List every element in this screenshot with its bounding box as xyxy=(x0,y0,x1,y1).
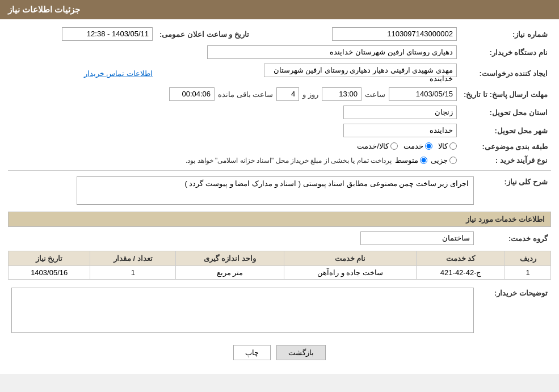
notice-number-value: 1103097143000002 xyxy=(260,25,460,43)
page-header: جزئیات اطلاعات نیاز xyxy=(0,0,559,19)
col-qty: تعداد / مقدار xyxy=(90,251,176,266)
cell-row-0: 1 xyxy=(505,266,551,280)
category-khedmat-radio[interactable] xyxy=(425,142,432,150)
city-label: شهر محل تحویل: xyxy=(460,121,551,140)
action-buttons: بازگشت چاپ xyxy=(8,345,551,360)
city-value: خداینده xyxy=(8,121,460,140)
purchase-type-jazyi-label: جزیی xyxy=(431,156,448,165)
cell-qty-0: 1 xyxy=(90,266,176,280)
announce-date-value: 1403/05/11 - 12:38 xyxy=(8,25,156,43)
services-data-table: ردیف کد خدمت نام خدمت واحد اندازه گیری ت… xyxy=(8,251,551,280)
deadline-time-label: ساعت xyxy=(365,90,385,99)
description-field: اجرای زیر ساخت چمن مصنوعی مطابق اسناد پی… xyxy=(77,176,474,205)
announce-date-label: تاریخ و ساعت اعلان عمومی: xyxy=(156,25,260,43)
col-unit: واحد اندازه گیری xyxy=(176,251,284,266)
buyer-org-label: نام دستگاه خریدار: xyxy=(460,43,551,61)
category-kala-khedmat-radio[interactable] xyxy=(390,142,398,150)
creator-label: ایجاد کننده درخواست: xyxy=(460,61,551,85)
category-khedmat-label: خدمت xyxy=(404,142,423,150)
deadline-row: 1403/05/15 ساعت 13:00 روز و 4 ساعت باقی … xyxy=(8,85,460,103)
page-title: جزئیات اطلاعات نیاز xyxy=(8,5,80,14)
city-field: خداینده xyxy=(343,124,457,137)
announce-date-field: 1403/05/11 - 12:38 xyxy=(62,27,153,41)
category-label: طبقه بندی موضوعی: xyxy=(460,140,551,154)
main-content: شماره نیاز: 1103097143000002 تاریخ و ساع… xyxy=(0,19,559,374)
buyer-desc-cell xyxy=(8,285,477,337)
table-row: 1 ج-42-42-421 ساخت جاده و راه‌آهن متر مر… xyxy=(9,266,551,280)
cell-date-0: 1403/05/16 xyxy=(9,266,90,280)
category-radios: کالا خدمت کالا/خدمت xyxy=(8,140,460,154)
info-table: شماره نیاز: 1103097143000002 تاریخ و ساع… xyxy=(8,25,551,167)
notice-number-field: 1103097143000002 xyxy=(332,27,457,41)
deadline-days-field: 4 xyxy=(276,87,299,101)
service-group-table: گروه خدمت: ساختمان xyxy=(8,229,551,247)
deadline-remaining-field: 00:04:06 xyxy=(169,87,215,101)
deadline-date-field: 1403/05/15 xyxy=(389,87,457,101)
description-table: شرح کلی نیاز: اجرای زیر ساخت چمن مصنوعی … xyxy=(8,174,551,207)
creator-value: مهدی شهیدی ارفینی دهیار دهیاری روستای ار… xyxy=(156,61,460,85)
services-section-header: اطلاعات خدمات مورد نیاز xyxy=(8,212,551,227)
purchase-type-motavasset-label: متوسط xyxy=(395,156,418,165)
col-name: نام خدمت xyxy=(284,251,417,266)
buyer-org-value: دهیاری روستای ارفین شهرستان خداینده xyxy=(8,43,460,61)
category-kala[interactable]: کالا xyxy=(438,142,457,150)
category-kala-khedmat-label: کالا/خدمت xyxy=(357,142,389,150)
purchase-type-motavasset[interactable]: متوسط xyxy=(395,156,427,165)
col-row: ردیف xyxy=(505,251,551,266)
purchase-note: پرداخت تمام یا بخشی از مبلغ خریداز محل "… xyxy=(186,157,392,165)
cell-unit-0: متر مربع xyxy=(176,266,284,280)
category-kala-label: کالا xyxy=(438,142,448,150)
cell-code-0: ج-42-42-421 xyxy=(417,266,505,280)
col-code: کد خدمت xyxy=(417,251,505,266)
service-group-label: گروه خدمت: xyxy=(477,229,551,247)
cell-name-0: ساخت جاده و راه‌آهن xyxy=(284,266,417,280)
category-kala-khedmat[interactable]: کالا/خدمت xyxy=(357,142,398,150)
contact-link-cell: اطلاعات تماس خریدار xyxy=(8,61,156,85)
buyer-org-field: دهیاری روستای ارفین شهرستان خداینده xyxy=(207,45,457,59)
province-label: استان محل تحویل: xyxy=(460,103,551,121)
back-button[interactable]: بازگشت xyxy=(276,345,326,360)
description-label: شرح کلی نیاز: xyxy=(477,174,551,207)
contact-info-link[interactable]: اطلاعات تماس خریدار xyxy=(84,69,153,78)
description-cell: اجرای زیر ساخت چمن مصنوعی مطابق اسناد پی… xyxy=(8,174,477,207)
deadline-time-field: 13:00 xyxy=(322,87,362,101)
service-group-field: ساختمان xyxy=(360,231,474,245)
notice-number-label: شماره نیاز: xyxy=(460,25,551,43)
deadline-remaining-label: ساعت باقی مانده xyxy=(218,90,273,99)
deadline-label: مهلت ارسال پاسخ: تا تاریخ: xyxy=(460,85,551,103)
page-wrapper: جزئیات اطلاعات نیاز شماره نیاز: 11030971… xyxy=(0,0,559,374)
creator-field: مهدی شهیدی ارفینی دهیار دهیاری روستای ار… xyxy=(264,64,457,77)
purchase-type-motavasset-radio[interactable] xyxy=(420,157,427,164)
purchase-type-jazyi-radio[interactable] xyxy=(449,157,457,164)
divider-1 xyxy=(8,170,551,171)
buyer-desc-field[interactable] xyxy=(11,288,474,333)
deadline-days-label: روز و xyxy=(302,90,318,99)
category-khedmat[interactable]: خدمت xyxy=(404,142,432,150)
buyer-desc-label: توضیحات خریدار: xyxy=(477,285,551,337)
purchase-type-label: نوع فرآیند خرید : xyxy=(460,154,551,167)
print-button[interactable]: چاپ xyxy=(233,345,271,360)
province-value: زنجان xyxy=(8,103,460,121)
purchase-type-jazyi[interactable]: جزیی xyxy=(431,156,457,165)
service-group-value: ساختمان xyxy=(8,229,477,247)
col-date: تاریخ نیاز xyxy=(9,251,90,266)
purchase-type-row: جزیی متوسط پرداخت تمام یا بخشی از مبلغ خ… xyxy=(8,154,460,167)
province-field: زنجان xyxy=(343,106,457,119)
buyer-desc-table: توضیحات خریدار: xyxy=(8,285,551,337)
category-kala-radio[interactable] xyxy=(449,142,457,150)
